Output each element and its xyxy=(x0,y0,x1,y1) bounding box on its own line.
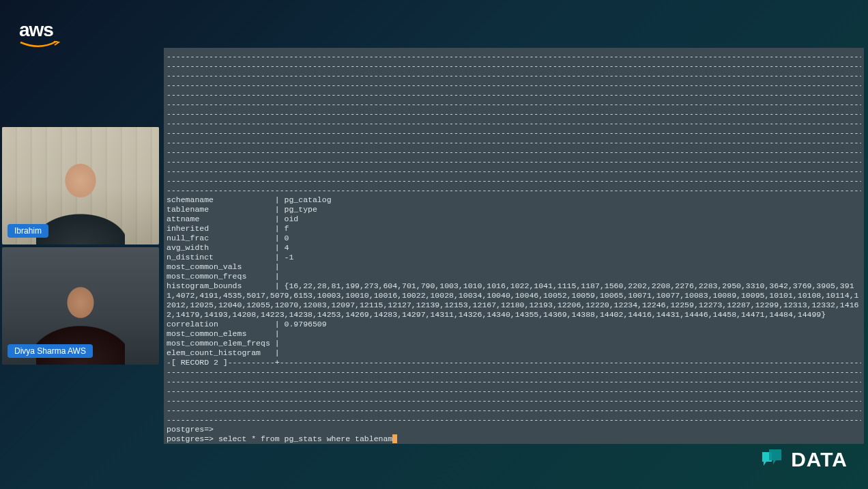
terminal-cursor xyxy=(392,434,397,443)
terminal-row: elem_count_histogram | xyxy=(167,348,861,358)
terminal-separator: ----------------------------------------… xyxy=(167,100,861,109)
video-thumbnail: Ibrahim xyxy=(2,127,159,244)
chat-bubble-icon xyxy=(760,449,784,470)
terminal-row: most_common_elems | xyxy=(167,329,861,339)
terminal-separator: ----------------------------------------… xyxy=(167,119,861,128)
terminal-window[interactable]: ----------------------------------------… xyxy=(164,48,864,444)
terminal-separator: ----------------------------------------… xyxy=(167,148,861,157)
aws-logo-text: aws xyxy=(19,19,60,41)
terminal-row: correlation | 0.9796509 xyxy=(167,320,861,329)
terminal-separator: ----------------------------------------… xyxy=(167,138,861,148)
record-separator: -[ RECORD 2 ]----------+----------------… xyxy=(167,358,861,367)
terminal-row: most_common_elem_freqs | xyxy=(167,339,861,348)
presenter-avatar xyxy=(36,156,125,244)
terminal-separator: ----------------------------------------… xyxy=(167,52,861,61)
terminal-separator: ----------------------------------------… xyxy=(167,90,861,100)
terminal-separator: ----------------------------------------… xyxy=(167,81,861,90)
terminal-separator: ----------------------------------------… xyxy=(167,387,861,396)
terminal-separator: ----------------------------------------… xyxy=(167,377,861,387)
terminal-row: attname | oid xyxy=(167,214,861,224)
data-logo: DATA xyxy=(760,448,848,471)
terminal-row: avg_width | 4 xyxy=(167,243,861,253)
terminal-row: schemaname | pg_catalog xyxy=(167,195,861,205)
terminal-row: tablename | pg_type xyxy=(167,205,861,214)
terminal-prompt-active[interactable]: postgres=> select * from pg_stats where … xyxy=(167,434,861,444)
aws-logo: aws xyxy=(19,19,60,53)
terminal-separator: ----------------------------------------… xyxy=(167,109,861,119)
terminal-separator: ----------------------------------------… xyxy=(167,61,861,71)
terminal-row: inherited | f xyxy=(167,224,861,234)
terminal-separator: ----------------------------------------… xyxy=(167,176,861,186)
terminal-separator: ----------------------------------------… xyxy=(167,157,861,167)
terminal-separator: ----------------------------------------… xyxy=(167,406,861,415)
terminal-separator: ----------------------------------------… xyxy=(167,367,861,377)
aws-smile-icon xyxy=(19,41,60,51)
terminal-row: null_frac | 0 xyxy=(167,234,861,243)
terminal-row: most_common_freqs | xyxy=(167,272,861,281)
presenter-name-badge: Divya Sharma AWS xyxy=(8,344,93,358)
terminal-row-histogram: histogram_bounds | {16,22,28,81,199,273,… xyxy=(167,281,861,320)
terminal-prompt: postgres=> xyxy=(167,425,861,434)
presenter-video-2: Divya Sharma AWS xyxy=(2,247,159,365)
terminal-separator: ----------------------------------------… xyxy=(167,415,861,425)
presenter-name-badge: Ibrahim xyxy=(8,224,48,238)
terminal-separator: ----------------------------------------… xyxy=(167,186,861,195)
data-logo-text: DATA xyxy=(791,448,848,471)
terminal-separator: ----------------------------------------… xyxy=(167,167,861,176)
terminal-separator: ----------------------------------------… xyxy=(167,71,861,81)
presenter-video-1: Ibrahim xyxy=(2,127,159,244)
terminal-separator: ----------------------------------------… xyxy=(167,128,861,138)
terminal-row: n_distinct | -1 xyxy=(167,253,861,262)
terminal-separator: ----------------------------------------… xyxy=(167,396,861,406)
video-thumbnail: Divya Sharma AWS xyxy=(2,247,159,365)
terminal-row: most_common_vals | xyxy=(167,262,861,272)
